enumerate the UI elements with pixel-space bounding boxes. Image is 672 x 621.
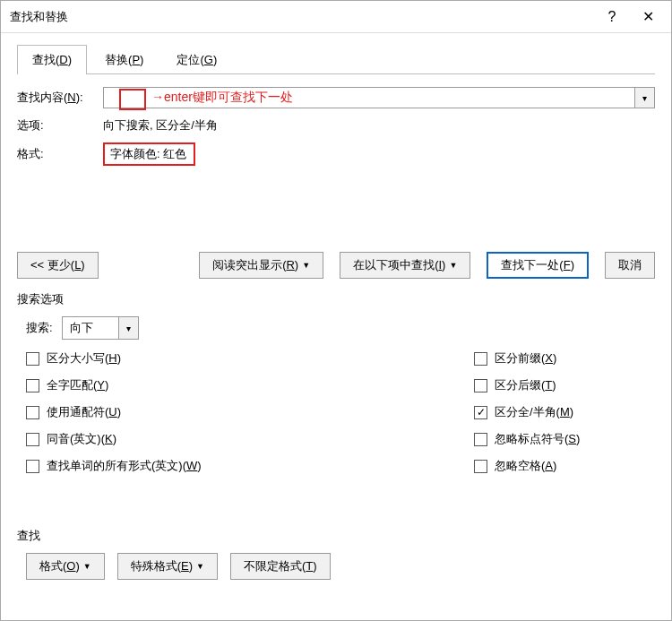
help-button[interactable]: ? <box>594 4 630 30</box>
search-direction-row: 搜索: 向下 ▾ <box>26 316 655 340</box>
whole-word-checkbox[interactable]: 全字匹配(Y) <box>26 377 474 393</box>
search-direction-value: 向下 <box>63 317 118 339</box>
search-direction-label: 搜索: <box>26 320 53 336</box>
ignore-whitespace-checkbox[interactable]: 忽略空格(A) <box>474 458 580 474</box>
match-suffix-checkbox[interactable]: 区分后缀(T) <box>474 377 580 393</box>
find-content-dropdown[interactable]: ▾ <box>635 87 655 108</box>
no-format-button[interactable]: 不限定格式(T) <box>230 553 331 580</box>
checkbox-icon <box>474 379 487 392</box>
checkbox-icon <box>474 460 487 473</box>
all-forms-checkbox[interactable]: 查找单词的所有形式(英文)(W) <box>26 458 474 474</box>
dialog-title: 查找和替换 <box>10 9 594 25</box>
caret-down-icon: ▼ <box>449 261 457 270</box>
caret-down-icon: ▼ <box>302 261 310 270</box>
search-options-title: 搜索选项 <box>17 291 655 307</box>
format-label: 格式: <box>17 146 103 162</box>
special-format-button[interactable]: 特殊格式(E)▼ <box>117 553 218 580</box>
chevron-down-icon: ▾ <box>118 317 138 339</box>
reading-highlight-button[interactable]: 阅读突出显示(R)▼ <box>199 252 323 279</box>
tab-replace[interactable]: 替换(P) <box>90 45 159 74</box>
format-button[interactable]: 格式(O)▼ <box>26 553 105 580</box>
sounds-like-checkbox[interactable]: 同音(英文)(K) <box>26 431 474 447</box>
find-section-label: 查找 <box>17 528 655 544</box>
format-buttons-row: 格式(O)▼ 特殊格式(E)▼ 不限定格式(T) <box>26 553 655 580</box>
find-content-row: 查找内容(N): ▾ <box>17 87 655 108</box>
checkbox-icon <box>474 352 487 366</box>
cancel-button[interactable]: 取消 <box>605 252 655 279</box>
find-content-label: 查找内容(N): <box>17 90 103 106</box>
tab-goto[interactable]: 定位(G) <box>161 45 232 74</box>
options-label: 选项: <box>17 117 103 134</box>
find-content-input[interactable] <box>103 87 635 108</box>
caret-down-icon: ▼ <box>196 562 204 571</box>
find-in-button[interactable]: 在以下项中查找(I)▼ <box>340 252 470 279</box>
checkbox-icon <box>474 433 487 446</box>
options-grid: 区分大小写(H) 全字匹配(Y) 使用通配符(U) 同音(英文)(K) 查找单词… <box>26 350 655 474</box>
wildcards-checkbox[interactable]: 使用通配符(U) <box>26 404 474 420</box>
ignore-punctuation-checkbox[interactable]: 忽略标点符号(S) <box>474 431 580 447</box>
format-value: 字体颜色: 红色 <box>103 142 195 166</box>
checkbox-checked-icon <box>474 406 487 419</box>
full-half-width-checkbox[interactable]: 区分全/半角(M) <box>474 404 580 420</box>
close-button[interactable]: ✕ <box>630 4 666 30</box>
checkbox-icon <box>26 406 39 419</box>
checkbox-icon <box>26 460 39 473</box>
action-buttons-row: << 更少(L) 阅读突出显示(R)▼ 在以下项中查找(I)▼ 查找下一处(F)… <box>17 252 655 279</box>
find-replace-dialog: 查找和替换 ? ✕ 查找(D) 替换(P) 定位(G) 查找内容(N): ▾ →… <box>0 0 672 621</box>
tab-bar: 查找(D) 替换(P) 定位(G) <box>17 44 655 74</box>
less-button[interactable]: << 更少(L) <box>17 252 99 279</box>
checkbox-icon <box>26 433 39 446</box>
options-row: 选项: 向下搜索, 区分全/半角 <box>17 117 655 134</box>
checkbox-icon <box>26 379 39 392</box>
options-value: 向下搜索, 区分全/半角 <box>103 117 218 134</box>
dialog-body: 查找(D) 替换(P) 定位(G) 查找内容(N): ▾ →enter键即可查找… <box>1 33 671 591</box>
checkbox-icon <box>26 352 39 366</box>
search-direction-select[interactable]: 向下 ▾ <box>62 316 139 340</box>
tab-find[interactable]: 查找(D) <box>17 45 87 74</box>
format-row: 格式: 字体颜色: 红色 <box>17 142 655 166</box>
caret-down-icon: ▼ <box>83 562 91 571</box>
titlebar: 查找和替换 ? ✕ <box>1 1 671 33</box>
match-prefix-checkbox[interactable]: 区分前缀(X) <box>474 350 580 367</box>
match-case-checkbox[interactable]: 区分大小写(H) <box>26 350 474 367</box>
find-next-button[interactable]: 查找下一处(F) <box>487 252 589 279</box>
